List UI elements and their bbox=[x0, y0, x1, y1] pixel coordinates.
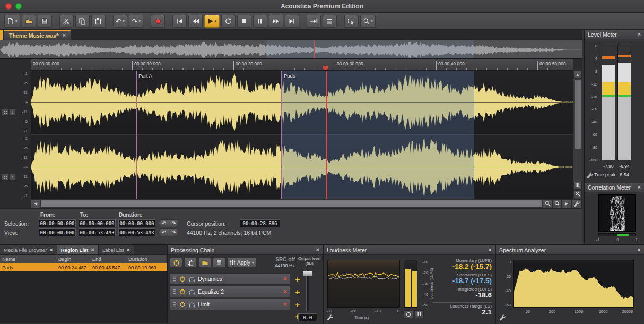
channel2-options-button[interactable] bbox=[2, 174, 8, 181]
selection-redo-button[interactable]: ↷ bbox=[169, 220, 179, 227]
tab-theme-music[interactable]: Theme Music.wav* × bbox=[4, 30, 71, 40]
record-button[interactable] bbox=[151, 15, 165, 28]
tab-label-list[interactable]: Label List× bbox=[99, 245, 134, 254]
close-tab-icon[interactable]: × bbox=[91, 247, 94, 253]
close-panel-icon[interactable]: × bbox=[489, 247, 492, 253]
stop-button[interactable] bbox=[237, 15, 251, 28]
output-level-value[interactable]: 0.0 bbox=[298, 313, 317, 321]
view-to-field[interactable]: 00:00:53:493 bbox=[79, 228, 116, 236]
tab-region-list[interactable]: Region List× bbox=[57, 245, 99, 254]
close-tab-icon[interactable]: × bbox=[127, 247, 130, 253]
paste-button[interactable] bbox=[91, 15, 106, 28]
close-panel-icon[interactable]: × bbox=[316, 247, 319, 253]
open-file-button[interactable] bbox=[22, 15, 36, 28]
play-button[interactable]: ▾ bbox=[204, 15, 220, 28]
channel1-options-button[interactable] bbox=[2, 109, 8, 116]
waveform-lanes[interactable]: Part A Pads bbox=[31, 71, 573, 199]
remove-effect-icon[interactable]: × bbox=[283, 276, 287, 282]
arrange-view-button[interactable] bbox=[323, 15, 337, 28]
undo-button[interactable]: ↶▾ bbox=[113, 15, 127, 28]
close-tab-icon[interactable]: × bbox=[62, 32, 65, 38]
zoom-window-button[interactable] bbox=[15, 3, 22, 10]
tab-media-file-browser[interactable]: Media File Browser× bbox=[0, 245, 57, 254]
add-effect-button[interactable]: + bbox=[293, 287, 302, 296]
view-duration-field[interactable]: 00:00:53:493 bbox=[118, 228, 155, 236]
zoom-out-horizontal-button[interactable] bbox=[552, 199, 562, 208]
chain-save-button[interactable] bbox=[213, 257, 225, 268]
fast-forward-button[interactable] bbox=[269, 15, 283, 28]
zoom-in-vertical-button[interactable] bbox=[573, 182, 582, 190]
zoom-in-horizontal-button[interactable] bbox=[543, 199, 552, 208]
marker-line-part-a[interactable] bbox=[136, 71, 137, 199]
scrub-button[interactable] bbox=[307, 15, 321, 28]
spectrum-settings-button[interactable] bbox=[499, 313, 506, 323]
add-effect-button[interactable]: + bbox=[293, 300, 302, 309]
scroll-right-button[interactable]: ▶ bbox=[562, 199, 571, 208]
redo-button[interactable]: ↷▾ bbox=[129, 15, 143, 28]
selection-from-field[interactable]: 00:00:00:000 bbox=[39, 219, 76, 227]
chain-item-equalize[interactable]: Equalize 2 × bbox=[169, 286, 290, 297]
region-table-row[interactable]: Pads 00:00:24:487 00:00:43:547 00:00:19:… bbox=[0, 263, 167, 271]
cursor-position-field[interactable]: 00:00:28:886 bbox=[240, 219, 280, 227]
save-button[interactable] bbox=[38, 15, 52, 28]
selection-undo-button[interactable]: ↶ bbox=[159, 220, 169, 227]
overview-waveform[interactable] bbox=[0, 40, 582, 59]
horizontal-scrollbar[interactable]: ◀ ▶ bbox=[31, 199, 582, 208]
go-to-end-button[interactable] bbox=[285, 15, 299, 28]
close-tab-icon[interactable]: × bbox=[49, 247, 53, 253]
selected-region[interactable] bbox=[281, 71, 474, 199]
chain-copy-button[interactable] bbox=[184, 257, 197, 268]
scroll-left-button[interactable]: ◀ bbox=[31, 199, 40, 208]
power-icon[interactable] bbox=[179, 301, 186, 308]
close-panel-icon[interactable]: × bbox=[638, 247, 641, 253]
loudness-settings-button[interactable] bbox=[327, 313, 333, 323]
vertical-scroll-thumb[interactable] bbox=[575, 80, 581, 149]
level-meter-settings-button[interactable] bbox=[587, 171, 593, 181]
headphones-icon[interactable] bbox=[188, 288, 195, 295]
close-window-button[interactable] bbox=[5, 3, 12, 10]
power-icon[interactable] bbox=[179, 276, 186, 282]
headphones-icon[interactable] bbox=[188, 276, 195, 282]
new-file-button[interactable]: ▾ bbox=[4, 15, 20, 28]
view-from-field[interactable]: 00:00:00:000 bbox=[39, 228, 76, 236]
loudness-reset-button[interactable] bbox=[404, 310, 413, 318]
chain-item-limit[interactable]: Limit × bbox=[169, 299, 290, 310]
selection-tool-button[interactable] bbox=[344, 15, 359, 28]
editor-settings-button[interactable] bbox=[571, 199, 582, 208]
view-undo-button[interactable]: ↶ bbox=[159, 229, 169, 236]
slider-thumb[interactable] bbox=[302, 271, 313, 276]
marker-line-pads[interactable] bbox=[281, 71, 282, 199]
close-panel-icon[interactable]: × bbox=[638, 31, 641, 37]
selection-duration-field[interactable]: 00:00:00:000 bbox=[118, 219, 155, 227]
output-level-slider[interactable] bbox=[302, 270, 313, 311]
close-panel-icon[interactable]: × bbox=[638, 184, 641, 190]
scroll-up-button[interactable]: ▲ bbox=[573, 71, 582, 79]
copy-button[interactable] bbox=[75, 15, 90, 28]
region-table-body[interactable] bbox=[0, 271, 167, 323]
chain-open-button[interactable] bbox=[198, 257, 211, 268]
headphones-icon[interactable] bbox=[188, 301, 195, 308]
selection-to-field[interactable]: 00:00:00:000 bbox=[79, 219, 116, 227]
power-icon[interactable] bbox=[179, 288, 186, 295]
region-table-header[interactable]: Name Begin End Duration bbox=[0, 255, 167, 263]
zoom-out-vertical-button[interactable] bbox=[573, 190, 582, 198]
chain-bypass-button[interactable] bbox=[170, 257, 182, 268]
cut-button[interactable] bbox=[59, 15, 74, 28]
remove-effect-icon[interactable]: × bbox=[283, 288, 287, 295]
vertical-scrollbar[interactable]: ▲ bbox=[573, 71, 582, 199]
chain-item-dynamics[interactable]: Dynamics × bbox=[169, 273, 290, 285]
loudness-pause-button[interactable] bbox=[414, 310, 424, 318]
go-to-end-icon bbox=[288, 18, 295, 25]
add-effect-button[interactable]: + bbox=[293, 274, 302, 284]
loop-playback-button[interactable] bbox=[221, 15, 236, 28]
rewind-button[interactable] bbox=[188, 15, 203, 28]
zoom-tool-button[interactable]: ▾ bbox=[360, 15, 376, 28]
view-redo-button[interactable]: ↷ bbox=[169, 229, 179, 236]
pause-button[interactable] bbox=[253, 15, 267, 28]
go-to-start-button[interactable] bbox=[172, 15, 187, 28]
horizontal-scroll-track[interactable] bbox=[40, 199, 543, 208]
chain-apply-button[interactable]: Apply▾ bbox=[227, 257, 257, 268]
horizontal-scroll-thumb[interactable] bbox=[41, 200, 542, 207]
remove-effect-icon[interactable]: × bbox=[283, 301, 287, 308]
time-ruler[interactable]: 00:00:00:000 00:00:10:000 00:00:20:000 0… bbox=[31, 59, 573, 71]
